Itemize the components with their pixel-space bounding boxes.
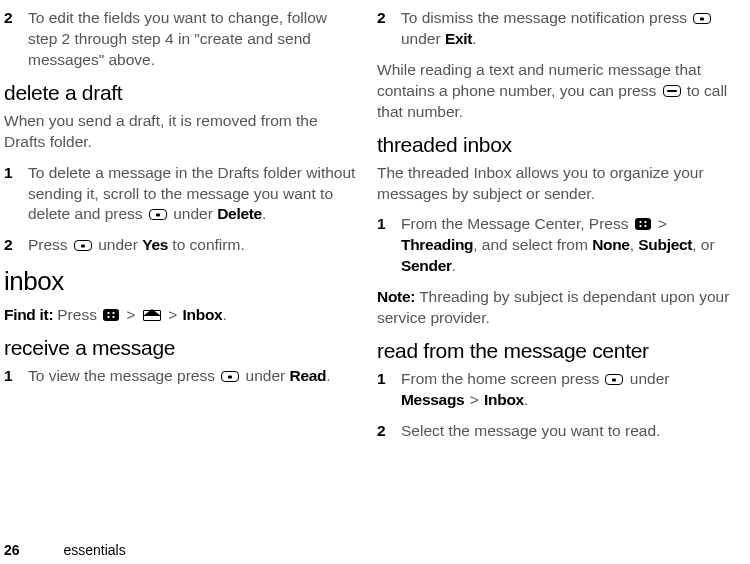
- step-number: 1: [4, 366, 28, 387]
- page-content: 2 To edit the fields you want to change,…: [0, 0, 750, 536]
- note-label: Note:: [377, 288, 419, 305]
- heading-receive-message: receive a message: [4, 336, 357, 360]
- step-body: To delete a message in the Drafts folder…: [28, 163, 357, 226]
- softkey-icon: [74, 240, 92, 251]
- step-body: To view the message press under Read.: [28, 366, 357, 387]
- menu-grid-icon: [103, 309, 119, 321]
- step-body: Select the message you want to read.: [401, 421, 730, 442]
- text: .: [452, 257, 456, 274]
- find-it-line: Find it: Press > > Inbox.: [4, 305, 357, 326]
- heading-threaded-inbox: threaded inbox: [377, 133, 730, 157]
- step-number: 1: [377, 369, 401, 411]
- bold-subject: Subject: [638, 236, 692, 253]
- page-number: 26: [4, 542, 20, 558]
- softkey-icon: [693, 13, 711, 24]
- step-number: 1: [4, 163, 28, 226]
- text: under: [401, 30, 445, 47]
- heading-delete-draft: delete a draft: [4, 81, 357, 105]
- text: under: [98, 236, 142, 253]
- step-body: To edit the fields you want to change, f…: [28, 8, 357, 71]
- page-footer: 26 essentials: [4, 542, 126, 558]
- text: , or: [692, 236, 714, 253]
- text: .: [326, 367, 330, 384]
- right-column: 2 To dismiss the message notification pr…: [377, 8, 730, 536]
- step-number: 2: [4, 235, 28, 256]
- text: .: [262, 205, 266, 222]
- step-number: 2: [4, 8, 28, 71]
- call-key-icon: [663, 85, 681, 97]
- step-delete-1: 1 To delete a message in the Drafts fold…: [4, 163, 357, 226]
- bold-delete: Delete: [217, 205, 262, 222]
- menu-grid-icon: [635, 218, 651, 230]
- bold-exit: Exit: [445, 30, 472, 47]
- note-threading: Note: Threading by subject is dependant …: [377, 287, 730, 329]
- text: .: [524, 391, 528, 408]
- bold-threading: Threading: [401, 236, 473, 253]
- gt: >: [168, 306, 177, 323]
- footer-section: essentials: [63, 542, 125, 558]
- text: .: [472, 30, 476, 47]
- step-dismiss: 2 To dismiss the message notification pr…: [377, 8, 730, 50]
- step-receive-1: 1 To view the message press under Read.: [4, 366, 357, 387]
- text: , and select from: [473, 236, 592, 253]
- text: under: [173, 205, 217, 222]
- text: To dismiss the message notification pres…: [401, 9, 691, 26]
- bold-inbox: Inbox: [183, 306, 223, 323]
- step-body: Press under Yes to confirm.: [28, 235, 357, 256]
- text: From the home screen press: [401, 370, 603, 387]
- bold-sender: Sender: [401, 257, 452, 274]
- bold-read: Read: [290, 367, 327, 384]
- step-edit-fields: 2 To edit the fields you want to change,…: [4, 8, 357, 71]
- bold-yes: Yes: [142, 236, 168, 253]
- find-it-label: Find it:: [4, 306, 57, 323]
- para-threaded-intro: The threaded Inbox allows you to organiz…: [377, 163, 730, 205]
- heading-read-center: read from the message center: [377, 339, 730, 363]
- step-number: 2: [377, 421, 401, 442]
- gt: >: [127, 306, 136, 323]
- gt: >: [658, 215, 667, 232]
- envelope-icon: [143, 309, 161, 321]
- text: To view the message press: [28, 367, 219, 384]
- step-readcenter-1: 1 From the home screen press under Messa…: [377, 369, 730, 411]
- heading-inbox: inbox: [4, 266, 357, 297]
- text: under: [630, 370, 670, 387]
- text: While reading a text and numeric message…: [377, 61, 701, 99]
- step-threading-1: 1 From the Message Center, Press > Threa…: [377, 214, 730, 277]
- step-delete-2: 2 Press under Yes to confirm.: [4, 235, 357, 256]
- bold-messags: Messags: [401, 391, 464, 408]
- bold-inbox: Inbox: [484, 391, 524, 408]
- step-body: From the Message Center, Press > Threadi…: [401, 214, 730, 277]
- bold-none: None: [592, 236, 630, 253]
- note-text: Threading by subject is dependant upon y…: [377, 288, 729, 326]
- step-number: 1: [377, 214, 401, 277]
- text: under: [246, 367, 290, 384]
- step-readcenter-2: 2 Select the message you want to read.: [377, 421, 730, 442]
- softkey-icon: [605, 374, 623, 385]
- text: to confirm.: [168, 236, 245, 253]
- step-body: From the home screen press under Messags…: [401, 369, 730, 411]
- text: From the Message Center, Press: [401, 215, 633, 232]
- step-body: To dismiss the message notification pres…: [401, 8, 730, 50]
- text: Press: [57, 306, 101, 323]
- step-number: 2: [377, 8, 401, 50]
- text: Press: [28, 236, 72, 253]
- softkey-icon: [149, 209, 167, 220]
- para-call-number: While reading a text and numeric message…: [377, 60, 730, 123]
- para-delete-draft: When you send a draft, it is removed fro…: [4, 111, 357, 153]
- text: .: [222, 306, 226, 323]
- softkey-icon: [221, 371, 239, 382]
- left-column: 2 To edit the fields you want to change,…: [4, 8, 357, 536]
- gt: >: [470, 391, 479, 408]
